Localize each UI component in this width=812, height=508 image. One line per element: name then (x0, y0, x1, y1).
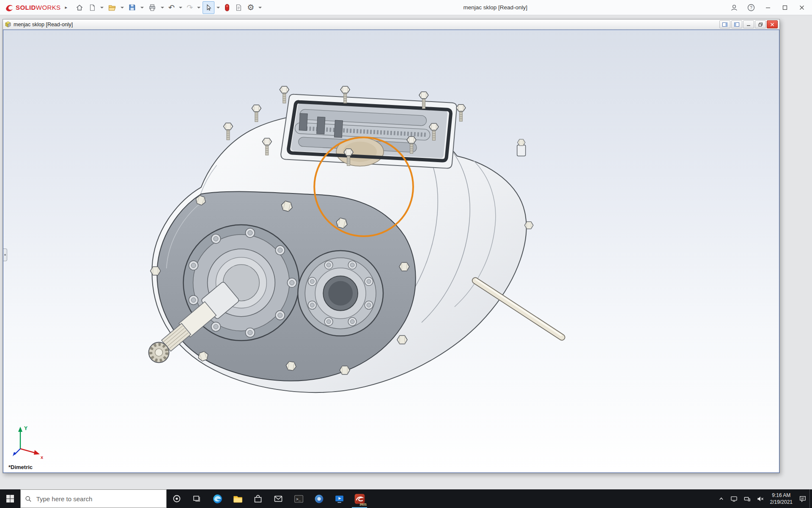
photos-icon (314, 494, 324, 504)
options-button[interactable]: ⚙ (245, 1, 256, 14)
undo-dropdown[interactable] (177, 1, 184, 14)
chevron-down-icon (161, 7, 164, 8)
taskbar-app-movies-tv[interactable] (329, 489, 349, 508)
close-icon (770, 22, 774, 27)
document-window-controls (719, 20, 778, 28)
doc-minimize-button[interactable] (743, 20, 754, 28)
taskbar-app-mail[interactable] (268, 489, 288, 508)
clock-date: 2/19/2021 (770, 499, 793, 505)
select-tool-button[interactable] (203, 1, 214, 14)
display-icon (730, 495, 738, 502)
mdi-area: menjac sklop [Read-only] (0, 15, 812, 489)
display-pane-button[interactable] (719, 20, 730, 28)
volume-tray-button[interactable] (754, 489, 767, 508)
z-axis (14, 449, 20, 455)
screen: SOLIDWORKS ▸ (0, 0, 812, 508)
action-center-button[interactable] (796, 489, 809, 508)
select-dropdown[interactable] (215, 1, 222, 14)
right-flange[interactable] (298, 251, 383, 336)
x-axis-arrow (34, 450, 40, 455)
minimize-icon (746, 22, 751, 27)
open-dropdown[interactable] (119, 1, 126, 14)
save-button[interactable] (126, 1, 138, 14)
quick-access-toolbar: ↶ ↷ (73, 1, 263, 14)
network-tray-button[interactable] (741, 489, 754, 508)
print-dropdown[interactable] (159, 1, 166, 14)
taskbar-search[interactable] (20, 489, 167, 508)
search-input[interactable] (36, 495, 162, 503)
doc-restore-button[interactable] (755, 20, 766, 28)
network-icon (743, 495, 751, 502)
minimize-button[interactable] (760, 0, 776, 15)
account-button[interactable] (726, 0, 743, 15)
help-button[interactable]: ? (743, 0, 760, 15)
open-folder-icon (108, 3, 116, 12)
options-dropdown[interactable] (257, 1, 263, 14)
viewport-3d[interactable]: Y x *Dimetric (3, 30, 779, 473)
taskbar-app-terminal[interactable]: >_ (288, 489, 309, 508)
close-icon (799, 5, 804, 10)
rebuild-button[interactable] (222, 1, 232, 14)
movies-tv-icon (334, 494, 345, 504)
display-tray-button[interactable] (727, 489, 741, 508)
view-orientation-label: *Dimetric (8, 464, 33, 470)
undo-button[interactable]: ↶ (166, 1, 177, 14)
close-button[interactable] (793, 0, 810, 15)
taskbar-app-edge[interactable] (207, 489, 228, 508)
chevron-up-icon (718, 496, 724, 502)
file-properties-button[interactable] (233, 1, 244, 14)
menu-expand-icon[interactable]: ▸ (64, 5, 70, 10)
redo-button[interactable]: ↷ (184, 1, 195, 14)
hidden-icons-button[interactable] (715, 489, 727, 508)
y-axis-arrow (18, 427, 22, 432)
top-cover[interactable] (281, 94, 457, 168)
solidworks-logo[interactable]: SOLIDWORKS (2, 3, 64, 12)
windows-taskbar: >_ 2021 (0, 489, 812, 508)
cursor-arrow-icon (205, 3, 212, 12)
mail-icon (273, 494, 283, 504)
new-document-button[interactable] (86, 1, 98, 14)
chevron-down-icon (258, 7, 262, 8)
feature-pane-button[interactable] (731, 20, 742, 28)
maximize-button[interactable] (776, 0, 793, 15)
edge-icon (212, 494, 223, 504)
display-pane-icon (722, 22, 727, 27)
show-desktop-button[interactable] (809, 489, 812, 508)
gearbox-model (3, 30, 779, 472)
redo-dropdown[interactable] (195, 1, 202, 14)
task-view-button[interactable] (187, 489, 207, 508)
print-icon (148, 3, 156, 12)
task-view-icon (193, 494, 201, 503)
document-window: menjac sklop [Read-only] (3, 19, 780, 473)
chevron-down-icon (140, 7, 144, 8)
chevron-down-icon (217, 7, 220, 8)
solidworks-version-badge: 2021 (359, 502, 367, 506)
doc-close-button[interactable] (767, 20, 778, 28)
svg-text:>_: >_ (296, 497, 301, 501)
taskbar-clock[interactable]: 9:16 AM 2/19/2021 (767, 492, 796, 505)
start-button[interactable] (0, 489, 20, 508)
new-document-icon (88, 3, 96, 12)
home-button[interactable] (73, 1, 86, 14)
cortana-button[interactable] (167, 489, 187, 508)
taskbar-app-solidworks[interactable]: 2021 (349, 489, 370, 508)
new-document-dropdown[interactable] (99, 1, 105, 14)
action-center-icon (799, 495, 807, 502)
document-titlebar[interactable]: menjac sklop [Read-only] (3, 19, 779, 30)
taskbar-app-store[interactable] (248, 489, 268, 508)
chevron-down-icon (100, 7, 104, 8)
open-button[interactable] (106, 1, 118, 14)
feature-manager-collapsed-handle[interactable] (3, 248, 7, 261)
taskbar-app-file-explorer[interactable] (228, 489, 248, 508)
reference-triad[interactable]: Y x (10, 423, 47, 461)
chevron-down-icon (121, 7, 124, 8)
chevron-down-icon (197, 7, 200, 8)
assembly-icon (5, 21, 11, 28)
save-dropdown[interactable] (139, 1, 145, 14)
clock-time: 9:16 AM (770, 492, 793, 499)
x-axis-label: x (41, 455, 44, 460)
home-icon (75, 3, 84, 12)
system-tray: 9:16 AM 2/19/2021 (715, 489, 812, 508)
print-button[interactable] (146, 1, 159, 14)
taskbar-app-photos[interactable] (309, 489, 329, 508)
